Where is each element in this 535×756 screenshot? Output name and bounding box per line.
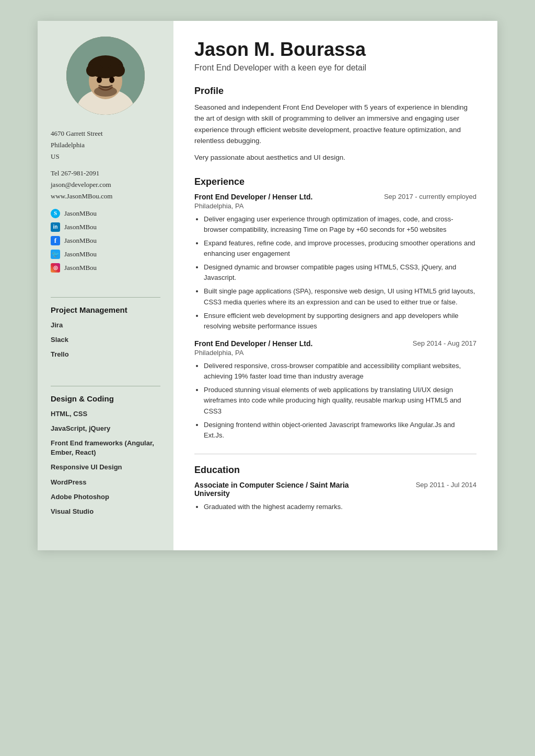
project-management-title: Project Management [51,305,160,314]
skill-photoshop: Adobe Photoshop [51,492,160,502]
profile-title: Profile [194,86,476,97]
social-facebook: f JasonMBou [51,235,160,246]
svg-point-11 [109,77,114,83]
skype-icon: S [51,209,60,218]
job-2-bullets: Delivered responsive, cross-browser comp… [194,361,476,441]
design-coding-title: Design & Coding [51,394,160,403]
job-1-bullet-4: Built single page applications (SPA), re… [204,286,476,307]
social-group: S JasonMBou in JasonMBou f JasonMBou 🐦 J… [51,208,160,274]
instagram-handle: JasonMBou [64,262,97,274]
svg-point-9 [100,57,111,68]
social-twitter: 🐦 JasonMBou [51,249,160,260]
education-section: Education Associate in Computer Science … [194,465,476,512]
social-linkedin: in JasonMBou [51,221,160,233]
edu-1-title: Associate in Computer Science / Saint Ma… [194,481,349,498]
linkedin-icon: in [51,222,60,232]
skill-responsive-ui: Responsive UI Design [51,463,160,472]
linkedin-handle: JasonMBou [64,221,97,233]
profile-text-1: Seasoned and independent Front End Devel… [194,102,476,147]
resume-container: 4670 Garrett Street Philadelphia US Tel … [38,21,497,550]
skill-visual-studio: Visual Studio [51,507,160,516]
facebook-icon: f [51,236,60,245]
address-line3: US [51,151,160,162]
edu-1-header: Associate in Computer Science / Saint Ma… [194,481,476,498]
skill-js-jquery: JavaScript, jQuery [51,424,160,433]
experience-divider [194,454,476,454]
candidate-name: Jason M. Bourassa [194,39,476,60]
contact-section: 4670 Garrett Street Philadelphia US Tel … [51,128,160,279]
job-1-bullet-2: Expand features, refine code, and improv… [204,238,476,259]
pm-jira: Jira [51,321,160,330]
divider-2 [51,386,160,386]
job-1-bullet-5: Ensure efficient web development by supp… [204,311,476,332]
phone: Tel 267-981-2091 [51,168,160,179]
job-2-location: Philadelphia, PA [194,349,476,357]
edu-1-bullets: Graduated with the highest academy remar… [194,502,476,512]
job-2-bullet-3: Designing frontend within object-oriente… [204,420,476,441]
experience-section: Experience Front End Developer / Henser … [194,176,476,441]
address-line1: 4670 Garrett Street [51,128,160,139]
skill-frameworks: Front End frameworks (Angular,Ember, Rea… [51,439,160,457]
skype-handle: JasonMBou [64,208,97,219]
skill-html-css: HTML, CSS [51,409,160,419]
skill-wordpress: WordPress [51,478,160,487]
edu-1-date: Sep 2011 - Jul 2014 [416,481,476,489]
job-1-date: Sep 2017 - currently employed [384,193,476,200]
job-2-bullet-2: Produced stunning visual elements of web… [204,385,476,416]
job-1-title: Front End Developer / Henser Ltd. [194,193,312,201]
job-2-title: Front End Developer / Henser Ltd. [194,339,312,348]
project-management-section: Project Management Jira Slack Trello [51,305,160,365]
job-1-header: Front End Developer / Henser Ltd. Sep 20… [194,193,476,201]
social-skype: S JasonMBou [51,208,160,219]
avatar-container [51,37,160,115]
twitter-handle: JasonMBou [64,249,97,260]
candidate-tagline: Front End Developer with a keen eye for … [194,63,476,73]
address-group: 4670 Garrett Street Philadelphia US [51,128,160,162]
social-instagram: ◎ JasonMBou [51,262,160,274]
sidebar: 4670 Garrett Street Philadelphia US Tel … [38,21,173,550]
job-2-bullet-1: Delivered responsive, cross-browser comp… [204,361,476,382]
address-line2: Philadelphia [51,139,160,151]
experience-title: Experience [194,176,476,187]
job-2-date: Sep 2014 - Aug 2017 [413,339,476,347]
instagram-icon: ◎ [51,263,60,273]
svg-point-10 [97,77,102,83]
facebook-handle: JasonMBou [64,235,97,246]
email: jason@developer.com [51,179,160,191]
divider-1 [51,297,160,298]
main-content: Jason M. Bourassa Front End Developer wi… [173,21,497,550]
avatar [66,37,145,115]
job-1-location: Philadelphia, PA [194,202,476,210]
job-1-bullets: Deliver engaging user experience through… [194,214,476,332]
pm-trello: Trello [51,350,160,359]
profile-section: Profile Seasoned and independent Front E… [194,86,476,163]
job-1-bullet-3: Designed dynamic and browser compatible … [204,262,476,283]
profile-text-2: Very passionate about aesthetics and UI … [194,152,476,163]
contact-group: Tel 267-981-2091 jason@developer.com www… [51,168,160,202]
twitter-icon: 🐦 [51,250,60,259]
pm-slack: Slack [51,335,160,345]
education-title: Education [194,465,476,476]
job-2-header: Front End Developer / Henser Ltd. Sep 20… [194,339,476,348]
edu-1-bullet-1: Graduated with the highest academy remar… [204,502,476,512]
job-1-bullet-1: Deliver engaging user experience through… [204,214,476,235]
design-coding-section: Design & Coding HTML, CSS JavaScript, jQ… [51,394,160,522]
website: www.JasonMBou.com [51,191,160,202]
